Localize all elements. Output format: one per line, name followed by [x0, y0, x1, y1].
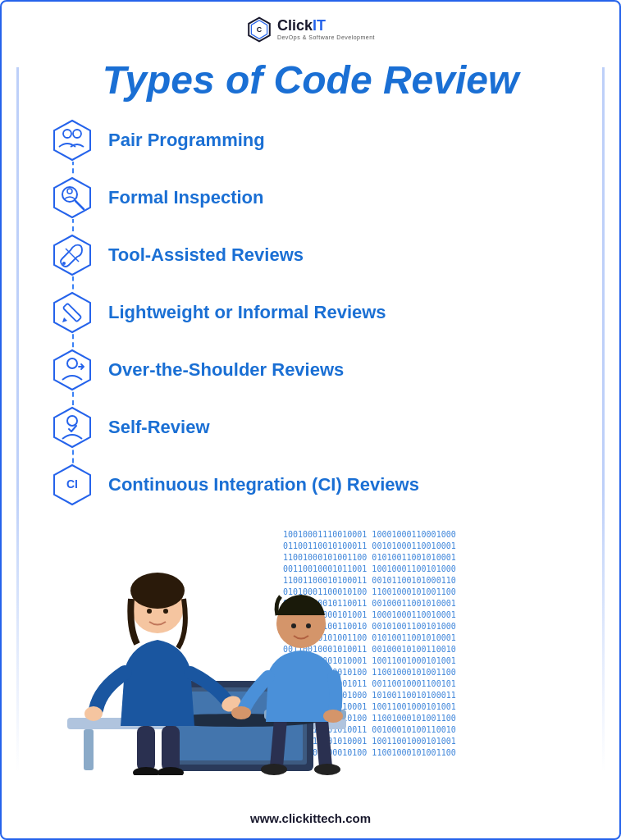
tool-assisted-label: Tool-Assisted Reviews: [108, 244, 304, 266]
svg-point-33: [133, 767, 159, 775]
svg-rect-31: [137, 726, 155, 771]
svg-point-44: [306, 623, 311, 628]
tool-assisted-icon: [51, 234, 94, 276]
lightweight-label: Lightweight or Informal Reviews: [108, 302, 386, 323]
self-review-label: Self-Review: [108, 417, 210, 438]
footer-text: www.clickittech.com: [250, 811, 371, 825]
svg-point-30: [84, 706, 103, 721]
illustration-area: 10010001110010001 10001000110001000 0110…: [2, 529, 619, 808]
over-shoulder-label: Over-the-Shoulder Reviews: [108, 359, 344, 381]
content-area: Pair Programming Formal Inspection: [2, 119, 619, 521]
svg-point-11: [62, 262, 66, 265]
list-item: Lightweight or Informal Reviews: [51, 291, 419, 334]
svg-point-40: [261, 764, 287, 775]
list-item: Over-the-Shoulder Reviews: [51, 349, 419, 391]
list-item: CI Continuous Integration (CI) Reviews: [51, 463, 419, 506]
pair-programming-label: Pair Programming: [108, 130, 265, 151]
svg-rect-21: [84, 729, 94, 770]
svg-point-41: [314, 764, 340, 775]
lightweight-icon: [51, 291, 94, 334]
logo-brand: ClickIT: [277, 18, 375, 34]
ci-reviews-label: Continuous Integration (CI) Reviews: [108, 474, 419, 495]
footer-brand: clickittech: [282, 811, 342, 825]
svg-point-45: [231, 706, 251, 719]
svg-marker-12: [54, 293, 90, 332]
svg-point-43: [291, 623, 296, 628]
svg-marker-16: [54, 408, 90, 447]
left-decorative-bar: [16, 67, 19, 773]
clickit-logo-icon: C: [246, 16, 272, 43]
formal-inspection-label: Formal Inspection: [108, 187, 263, 208]
list-item: Tool-Assisted Reviews: [51, 234, 419, 276]
list-item: Formal Inspection: [51, 176, 419, 219]
page-container: C ClickIT DevOps & Software Development …: [0, 0, 621, 840]
logo-area: C ClickIT DevOps & Software Development: [2, 2, 619, 49]
svg-point-28: [130, 573, 185, 609]
pair-programming-icon: [51, 119, 94, 162]
footer: www.clickittech.com: [2, 801, 619, 838]
persons-svg: [18, 537, 379, 775]
svg-text:CI: CI: [66, 477, 78, 491]
svg-text:C: C: [257, 25, 263, 34]
svg-marker-3: [54, 121, 90, 160]
self-review-icon: [51, 406, 94, 449]
svg-marker-14: [54, 350, 90, 390]
over-shoulder-icon: [51, 349, 94, 391]
right-decorative-bar: [602, 67, 605, 773]
list-section: Pair Programming Formal Inspection: [51, 119, 419, 521]
ci-reviews-icon: CI: [51, 463, 94, 506]
svg-point-36: [163, 609, 168, 614]
formal-inspection-icon: [51, 176, 94, 219]
logo-text: ClickIT DevOps & Software Development: [277, 18, 375, 40]
svg-point-46: [323, 710, 343, 723]
svg-rect-32: [162, 726, 180, 771]
page-title: Types of Code Review: [2, 49, 619, 119]
list-item: Self-Review: [51, 406, 419, 449]
list-item: Pair Programming: [51, 119, 419, 162]
svg-point-35: [147, 609, 152, 614]
logo-tagline: DevOps & Software Development: [277, 34, 375, 41]
